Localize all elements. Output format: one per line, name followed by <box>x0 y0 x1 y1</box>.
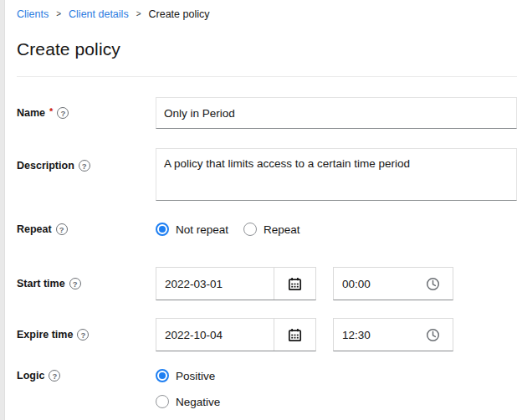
radio-unselected-icon[interactable] <box>156 395 169 408</box>
breadcrumb-separator-icon: > <box>136 8 141 18</box>
breadcrumb-current: Create policy <box>148 8 209 20</box>
expire-time-label-group: Expire time ? <box>17 329 156 341</box>
expire-date-picker <box>156 318 316 351</box>
clock-icon-wrap <box>426 328 453 342</box>
repeat-label-group: Repeat ? <box>17 223 156 235</box>
breadcrumb: Clients > Client details > Create policy <box>17 7 517 21</box>
clock-icon-wrap <box>426 277 453 291</box>
calendar-icon <box>288 277 302 291</box>
expire-time-input[interactable] <box>334 329 426 341</box>
name-label-group: Name * ? <box>17 107 156 119</box>
page-title: Create policy <box>17 39 517 76</box>
screen: Clients > Client details > Create policy… <box>0 0 517 420</box>
help-icon[interactable]: ? <box>79 160 90 172</box>
radio-label: Not repeat <box>176 223 228 236</box>
breadcrumb-link-client-details[interactable]: Client details <box>69 8 129 20</box>
breadcrumb-link-clients[interactable]: Clients <box>17 8 49 20</box>
calendar-toggle-button[interactable] <box>274 268 315 300</box>
main-content: Clients > Client details > Create policy… <box>5 0 517 420</box>
start-time-picker <box>333 267 453 300</box>
description-label-group: Description ? <box>17 148 156 172</box>
clock-icon <box>426 277 440 291</box>
logic-radio-group: Positive Negative <box>156 369 517 408</box>
expire-time-control <box>156 318 517 351</box>
name-input[interactable] <box>156 97 517 129</box>
description-control: A policy that limits access to a certain… <box>156 148 517 201</box>
radio-label: Negative <box>176 396 220 408</box>
page-header: Clients > Client details > Create policy… <box>17 0 517 77</box>
radio-selected-icon[interactable] <box>156 223 169 236</box>
name-control <box>156 97 517 129</box>
logic-label: Logic <box>17 370 44 382</box>
start-date-picker <box>156 267 316 300</box>
clock-icon <box>426 328 440 342</box>
radio-label: Positive <box>176 370 215 382</box>
form-row-name: Name * ? <box>17 97 517 129</box>
required-indicator: * <box>49 106 53 116</box>
breadcrumb-separator-icon: > <box>56 8 61 18</box>
start-date-input[interactable] <box>156 268 274 300</box>
radio-label: Repeat <box>264 223 300 236</box>
start-time-input[interactable] <box>334 278 426 290</box>
expire-date-input[interactable] <box>156 319 274 351</box>
radio-not-repeat[interactable]: Not repeat <box>156 223 228 236</box>
expire-time-picker <box>333 318 453 351</box>
radio-negative[interactable]: Negative <box>156 395 517 408</box>
form-row-start-time: Start time ? <box>17 267 517 300</box>
help-icon[interactable]: ? <box>57 107 69 119</box>
form-row-logic: Logic ? Positive Negative <box>17 369 517 408</box>
form-row-description: Description ? A policy that limits acces… <box>17 148 517 201</box>
help-icon[interactable]: ? <box>77 329 89 341</box>
description-label: Description <box>17 160 74 172</box>
help-icon[interactable]: ? <box>49 370 60 382</box>
radio-positive[interactable]: Positive <box>156 369 517 382</box>
start-time-label: Start time <box>17 278 65 289</box>
radio-repeat[interactable]: Repeat <box>243 223 300 236</box>
repeat-radio-group: Not repeat Repeat <box>156 223 517 236</box>
repeat-label: Repeat <box>17 223 52 235</box>
calendar-icon <box>288 328 302 342</box>
radio-unselected-icon[interactable] <box>243 223 257 236</box>
start-time-label-group: Start time ? <box>17 278 156 289</box>
radio-selected-icon[interactable] <box>156 369 169 382</box>
expire-time-label: Expire time <box>17 329 73 341</box>
calendar-toggle-button[interactable] <box>274 319 315 351</box>
form-row-repeat: Repeat ? Not repeat Repeat <box>17 223 517 236</box>
logic-label-group: Logic ? <box>17 369 156 382</box>
description-textarea[interactable]: A policy that limits access to a certain… <box>156 148 517 201</box>
name-label: Name <box>17 107 45 119</box>
start-time-control <box>156 267 517 300</box>
help-icon[interactable]: ? <box>69 278 81 289</box>
form-row-expire-time: Expire time ? <box>17 318 517 351</box>
help-icon[interactable]: ? <box>56 223 68 235</box>
